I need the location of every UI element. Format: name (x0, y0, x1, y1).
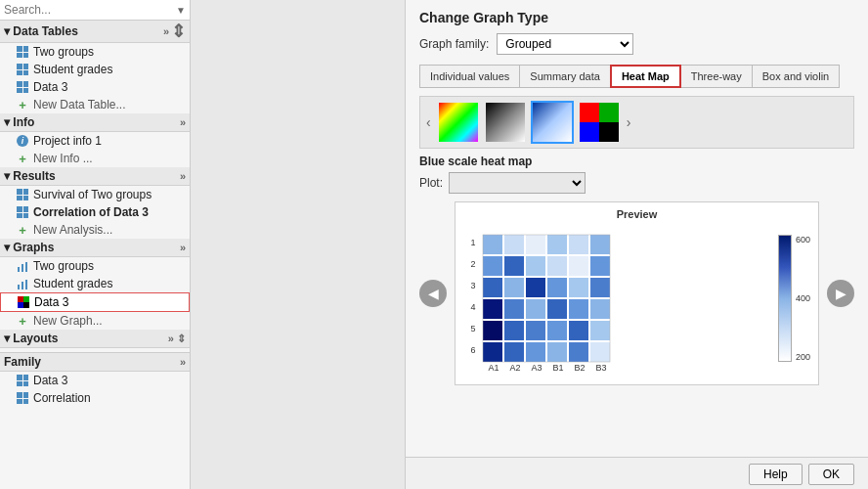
sidebar-item-correlation[interactable]: Correlation of Data 3 (0, 203, 190, 221)
description-text: Blue scale heat map (419, 155, 854, 168)
sidebar-item-new-data-table[interactable]: + New Data Table... (0, 96, 190, 113)
tab-box-and-violin[interactable]: Box and violin (752, 65, 841, 88)
colorscale-area: 600 400 200 (778, 224, 812, 378)
sidebar-item-project-info[interactable]: i Project info 1 (0, 132, 190, 150)
heatmap-area: 1 2 3 4 5 6 A1 A2 A3 B1 (461, 224, 812, 378)
tab-individual-values[interactable]: Individual values (419, 65, 520, 88)
graph-family-label: Graph family: (419, 37, 489, 51)
svg-rect-37 (547, 278, 567, 297)
svg-rect-7 (23, 296, 29, 302)
sidebar-item-two-groups[interactable]: Two groups (0, 43, 190, 61)
colorscale-mid: 400 (796, 293, 810, 303)
colorscale-min: 200 (796, 352, 810, 362)
thumb-scroll-right[interactable]: › (625, 114, 633, 130)
family-section: Family » Data 3 Correlation (0, 352, 190, 407)
svg-rect-33 (590, 256, 610, 276)
svg-rect-2 (25, 262, 27, 272)
sidebar-item-new-info[interactable]: + New Info ... (0, 150, 190, 167)
bottom-bar: Help OK (406, 457, 868, 489)
graph-icon (16, 277, 29, 290)
search-input[interactable] (4, 3, 176, 17)
sidebar-item-data3[interactable]: Data 3 (0, 78, 190, 96)
thumb-colorful[interactable] (437, 101, 480, 144)
center-panel (191, 0, 406, 489)
svg-rect-30 (526, 256, 545, 276)
sidebar-item-graph-two-groups[interactable]: Two groups (0, 257, 190, 275)
svg-text:6: 6 (470, 345, 475, 355)
sidebar-item-new-graph[interactable]: + New Graph... (0, 312, 190, 330)
section-header-info[interactable]: ▾ Info » (0, 113, 190, 132)
table-icon (16, 374, 29, 387)
sidebar-item-graph-data3[interactable]: Data 3 (0, 292, 190, 312)
svg-rect-34 (483, 278, 502, 297)
section-header-layouts[interactable]: ▾ Layouts » ⇕ (0, 330, 190, 348)
svg-rect-6 (18, 296, 23, 302)
section-header-family[interactable]: Family » (0, 353, 190, 372)
svg-rect-45 (590, 299, 610, 319)
thumb-gray[interactable] (484, 101, 527, 144)
svg-rect-53 (504, 342, 524, 362)
table-icon (16, 188, 29, 201)
svg-text:B3: B3 (595, 363, 606, 373)
tab-three-way[interactable]: Three-way (680, 65, 753, 88)
thumb-scroll-left[interactable]: ‹ (424, 114, 433, 130)
plus-icon: + (16, 98, 29, 111)
svg-rect-29 (504, 256, 524, 276)
svg-text:B1: B1 (552, 363, 563, 373)
tab-summary-data[interactable]: Summary data (519, 65, 611, 88)
sidebar-item-family-data3[interactable]: Data 3 (0, 372, 190, 389)
table-icon (16, 63, 29, 76)
colorscale-labels: 600 400 200 (794, 235, 812, 362)
svg-rect-25 (547, 235, 567, 254)
thumb-blue[interactable] (531, 101, 574, 144)
svg-rect-41 (504, 299, 524, 319)
app-container: ▼ ▾ Data Tables »⇕ Two groups Student gr… (0, 0, 868, 489)
preview-section: ◀ Preview 1 2 3 4 5 6 (419, 201, 854, 385)
preview-label: Preview (461, 208, 812, 220)
svg-text:3: 3 (470, 281, 475, 290)
table-icon (16, 205, 29, 219)
section-header-graphs[interactable]: ▾ Graphs » (0, 239, 190, 257)
svg-text:A2: A2 (509, 363, 520, 373)
section-header-results[interactable]: ▾ Results » (0, 167, 190, 186)
svg-text:2: 2 (470, 259, 475, 269)
plus-icon: + (16, 314, 29, 328)
sidebar-item-student-grades[interactable]: Student grades (0, 61, 190, 78)
colorscale-gradient (778, 235, 792, 362)
sidebar-item-new-analysis[interactable]: + New Analysis... (0, 221, 190, 239)
svg-rect-5 (25, 280, 27, 289)
svg-rect-57 (590, 342, 610, 362)
svg-text:B2: B2 (574, 363, 585, 373)
svg-rect-49 (547, 321, 567, 340)
svg-rect-32 (569, 256, 588, 276)
svg-rect-4 (22, 282, 23, 289)
svg-rect-51 (590, 321, 610, 340)
svg-rect-36 (526, 278, 545, 297)
svg-text:A1: A1 (488, 363, 499, 373)
svg-rect-1 (22, 264, 23, 272)
plot-select[interactable] (449, 172, 586, 194)
graph-family-row: Graph family: GroupedXYSurvivalParts of … (419, 33, 854, 55)
svg-rect-42 (526, 299, 545, 319)
graph-family-select[interactable]: GroupedXYSurvivalParts of wholeMultiple … (497, 33, 633, 55)
ok-button[interactable]: OK (808, 464, 854, 485)
table-icon (16, 45, 29, 59)
sidebar-item-survival[interactable]: Survival of Two groups (0, 186, 190, 203)
svg-rect-50 (569, 321, 588, 340)
help-button[interactable]: Help (749, 464, 803, 485)
sidebar-item-graph-student-grades[interactable]: Student grades (0, 275, 190, 292)
tab-heat-map[interactable]: Heat Map (610, 65, 681, 88)
svg-rect-0 (18, 267, 20, 272)
next-arrow-button[interactable]: ▶ (827, 280, 854, 307)
thumb-rgb[interactable] (578, 101, 621, 144)
prev-arrow-button[interactable]: ◀ (419, 280, 447, 307)
svg-rect-47 (504, 321, 524, 340)
svg-rect-23 (504, 235, 524, 254)
svg-rect-38 (569, 278, 588, 297)
svg-rect-35 (504, 278, 524, 297)
thumbnails-row: ‹ › (419, 96, 854, 149)
section-header-data-tables[interactable]: ▾ Data Tables »⇕ (0, 21, 190, 43)
sidebar-item-family-correlation[interactable]: Correlation (0, 389, 190, 407)
svg-rect-48 (526, 321, 545, 340)
svg-rect-9 (23, 302, 29, 308)
